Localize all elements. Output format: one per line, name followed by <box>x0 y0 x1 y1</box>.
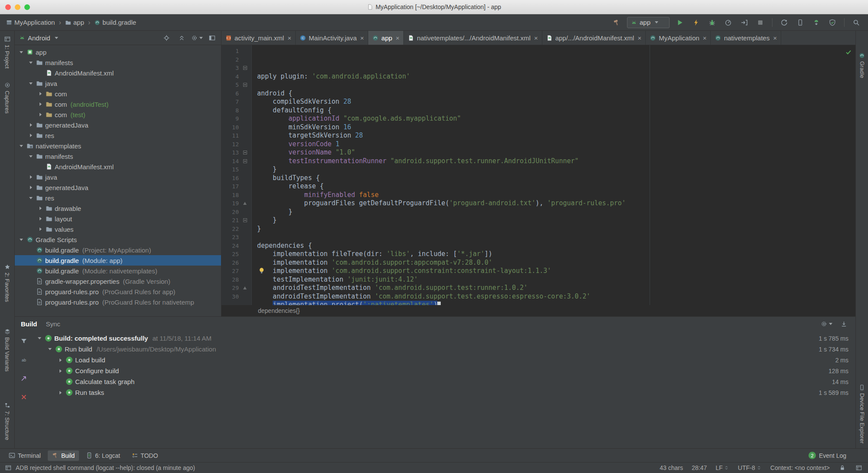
code-area[interactable]: apply plugin: 'com.android.application'a… <box>252 45 855 305</box>
text-filter-button[interactable]: ab <box>18 354 30 365</box>
chevron-right-icon[interactable] <box>37 216 43 222</box>
fold-marker[interactable] <box>239 66 251 70</box>
chevron-right-icon[interactable] <box>37 112 43 118</box>
code-line[interactable]: minifyEnabled false <box>257 191 855 200</box>
encoding-select[interactable]: UTF-8 <box>738 464 762 471</box>
code-line[interactable]: } <box>257 208 855 217</box>
tree-row[interactable]: app <box>15 47 221 57</box>
chevron-down-icon[interactable] <box>18 236 24 243</box>
code-line[interactable]: testImplementation 'junit:junit:4.12' <box>257 276 855 284</box>
tab-activity-main[interactable]: activity_main.xml× <box>221 31 296 45</box>
code-line[interactable]: apply plugin: 'com.android.application' <box>257 72 855 81</box>
close-icon[interactable]: × <box>534 34 538 42</box>
chevron-right-icon[interactable] <box>37 101 43 107</box>
code-line[interactable] <box>257 81 855 89</box>
breadcrumb-item[interactable]: MyApplication <box>6 19 55 26</box>
context-indicator[interactable]: Context: <no context> <box>770 464 830 471</box>
tree-row[interactable]: AndroidManifest.xml <box>15 161 221 172</box>
close-icon[interactable]: × <box>637 34 641 42</box>
fold-marker[interactable] <box>239 83 251 87</box>
fold-marker[interactable] <box>239 286 251 289</box>
tab-app-manifest[interactable]: app/.../AndroidManifest.xml× <box>542 31 646 45</box>
sdk-manager-button[interactable] <box>811 17 822 28</box>
event-log-button[interactable]: 2 Event Log <box>809 452 864 459</box>
code-line[interactable]: versionName "1.0" <box>257 148 855 157</box>
chevron-right-icon[interactable] <box>37 91 43 97</box>
tree-row[interactable]: drawable <box>15 203 221 214</box>
code-line[interactable]: } <box>257 216 855 225</box>
code-line[interactable]: targetSdkVersion 28 <box>257 131 855 140</box>
profile-button[interactable] <box>723 17 734 28</box>
code-line[interactable] <box>257 233 855 242</box>
fold-marker[interactable] <box>239 159 251 163</box>
fold-marker[interactable] <box>239 202 251 205</box>
build-row[interactable]: Calculate task graph14 ms <box>33 376 855 387</box>
debug-button[interactable] <box>706 17 718 28</box>
code-line[interactable]: } <box>257 225 855 233</box>
toolwindow-gradle-button[interactable]: Gradle <box>856 53 868 78</box>
chevron-right-icon[interactable] <box>28 122 34 128</box>
tree-row[interactable]: generatedJava <box>15 182 221 193</box>
gradle-sync-button[interactable] <box>779 17 790 28</box>
toolwindow-captures-button[interactable]: Captures <box>0 82 14 114</box>
tree-row[interactable]: res <box>15 130 221 141</box>
attach-debugger-button[interactable] <box>739 17 750 28</box>
close-icon[interactable]: × <box>396 34 399 42</box>
tree-row[interactable]: com(androidTest) <box>15 99 221 109</box>
close-window-button[interactable] <box>5 4 11 10</box>
fold-marker[interactable] <box>239 151 251 154</box>
code-line[interactable]: defaultConfig { <box>257 106 855 115</box>
code-line[interactable]: implementation 'com.android.support:appc… <box>257 259 855 267</box>
tree-row[interactable]: build.gradle(Module: nativetemplates) <box>15 266 221 276</box>
tree-row[interactable]: res <box>15 193 221 203</box>
jump-to-source-button[interactable] <box>18 373 30 384</box>
toolwindow-build-button[interactable]: Build <box>48 450 79 461</box>
search-everywhere-button[interactable] <box>851 17 862 28</box>
code-line[interactable]: } <box>257 165 855 174</box>
code-line[interactable]: testInstrumentationRunner "android.suppo… <box>257 157 855 166</box>
chevron-right-icon[interactable] <box>57 390 63 396</box>
code-line[interactable]: implementation 'com.android.support.cons… <box>257 267 855 276</box>
tab-app-gradle[interactable]: app× <box>368 31 404 45</box>
intention-bulb-icon[interactable] <box>258 267 265 274</box>
project-view-select[interactable]: Android <box>28 34 50 42</box>
code-line[interactable]: implementation project(':nativetemplates… <box>257 301 855 305</box>
build-settings-button[interactable] <box>821 319 832 330</box>
tree-row[interactable]: gradle-wrapper.properties(Gradle Version… <box>15 276 221 286</box>
tree-row[interactable]: nativetemplates <box>15 141 221 151</box>
tab-mainactivity[interactable]: CMainActivity.java× <box>296 31 368 45</box>
chevron-down-icon[interactable] <box>28 195 34 201</box>
stop-button[interactable] <box>755 17 766 28</box>
chevron-right-icon[interactable] <box>28 174 34 180</box>
code-line[interactable]: androidTestImplementation 'com.android.s… <box>257 284 855 292</box>
filter-button[interactable] <box>18 335 30 347</box>
tree-row[interactable]: proguard-rules.pro(ProGuard Rules for ap… <box>15 286 221 297</box>
code-line[interactable]: proguardFiles getDefaultProguardFile('pr… <box>257 199 855 208</box>
code-line[interactable]: minSdkVersion 16 <box>257 123 855 132</box>
fold-marker[interactable] <box>239 218 251 222</box>
code-line[interactable]: versionCode 1 <box>257 140 855 149</box>
tab-nativetemplates-manifest[interactable]: nativetemplates/.../AndroidManifest.xml× <box>404 31 542 45</box>
toolwindow-toggle-button[interactable] <box>855 464 863 472</box>
code-line[interactable]: applicationId "com.google.ads.myapplicat… <box>257 115 855 123</box>
code-line[interactable]: release { <box>257 182 855 191</box>
avd-manager-button[interactable] <box>795 17 806 28</box>
caret-position[interactable]: 28:47 <box>692 464 707 471</box>
tree-row[interactable]: AndroidManifest.xml <box>15 68 221 78</box>
toolwindow-switcher-icon[interactable] <box>5 465 11 471</box>
minimize-window-button[interactable] <box>15 4 20 10</box>
settings-button[interactable] <box>192 33 201 43</box>
tab-build[interactable]: Build <box>21 320 37 328</box>
readonly-lock-button[interactable] <box>838 464 846 472</box>
tree-row[interactable]: manifests <box>15 151 221 161</box>
tree-row[interactable]: proguard-rules.pro(ProGuard Rules for na… <box>15 297 221 307</box>
line-ending-select[interactable]: LF <box>716 464 729 471</box>
tree-row[interactable]: Gradle Scripts <box>15 234 221 245</box>
apply-changes-button[interactable] <box>690 17 702 28</box>
zoom-window-button[interactable] <box>24 4 30 10</box>
chevron-down-icon[interactable] <box>28 59 34 66</box>
toolwindow-logcat-button[interactable]: 6: Logcat <box>82 450 125 461</box>
inspection-status-icon[interactable] <box>845 49 852 56</box>
editor-breadcrumb[interactable]: dependencies{} <box>221 305 855 316</box>
close-icon[interactable]: × <box>773 34 777 42</box>
